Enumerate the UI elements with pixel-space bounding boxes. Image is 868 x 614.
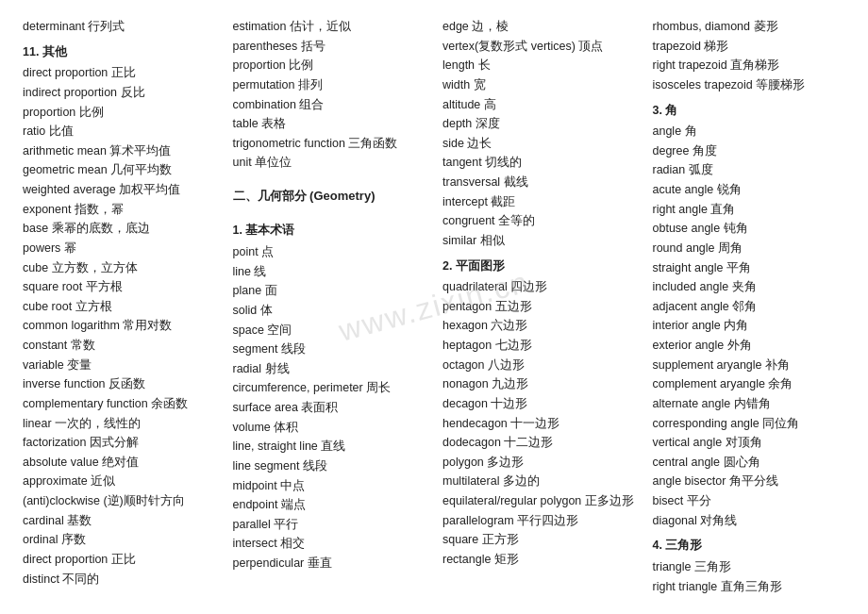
list-item: isosceles trapezoid 等腰梯形 <box>653 75 846 95</box>
list-item: permutation 排列 <box>233 75 426 95</box>
list-item: arithmetic mean 算术平均值 <box>23 141 216 161</box>
list-item: common logarithm 常用对数 <box>23 316 216 336</box>
list-item: cube root 立方根 <box>23 297 216 317</box>
list-item: multilateral 多边的 <box>442 472 636 491</box>
list-item: transversal 截线 <box>442 173 636 192</box>
list-item: included angle 夹角 <box>653 277 846 297</box>
list-item: depth 深度 <box>442 114 636 134</box>
list-item: nonagon 九边形 <box>442 374 636 394</box>
list-item: proportion 比例 <box>233 56 426 75</box>
list-item: point 点 <box>233 242 426 262</box>
list-item: right triangle 直角三角形 <box>653 577 846 597</box>
list-item: distinct 不同的 <box>23 570 216 589</box>
subsection-header: 11. 其他 <box>23 42 216 62</box>
list-item: geometric mean 几何平均数 <box>23 160 216 180</box>
list-item: rectangle 矩形 <box>442 550 636 570</box>
list-item: direct proportion 正比 <box>23 550 216 570</box>
list-item: factorization 因式分解 <box>23 433 216 453</box>
list-item: supplement aryangle 补角 <box>653 356 846 375</box>
list-item: base 乘幂的底数，底边 <box>23 219 216 239</box>
list-item: parentheses 括号 <box>233 37 426 57</box>
list-item: ordinal 序数 <box>23 530 216 550</box>
list-item: determinant 行列式 <box>23 17 216 37</box>
list-item: line segment 线段 <box>233 456 426 476</box>
page: www.zixin.cn determinant 行列式11. 其他direct… <box>19 17 849 596</box>
list-item: intersect 相交 <box>233 534 426 554</box>
list-item: obtuse angle 钝角 <box>653 219 846 239</box>
list-item: estimation 估计，近似 <box>233 17 426 37</box>
list-item: similar 相似 <box>442 231 636 251</box>
list-item: acute angle 锐角 <box>653 180 846 200</box>
list-item: angle 角 <box>653 122 846 141</box>
list-item: cardinal 基数 <box>23 511 216 531</box>
list-item: right trapezoid 直角梯形 <box>653 56 846 75</box>
list-item: endpoint 端点 <box>233 495 426 515</box>
list-item: side 边长 <box>442 134 636 154</box>
list-item: edge 边，棱 <box>442 17 636 37</box>
list-item: complementary function 余函数 <box>23 394 216 414</box>
list-item: quadrilateral 四边形 <box>442 277 636 297</box>
subsection-header: 1. 基本术语 <box>233 221 426 241</box>
list-item: degree 角度 <box>653 141 846 161</box>
list-item: solid 体 <box>233 301 426 321</box>
list-item: line 线 <box>233 262 426 282</box>
list-item: width 宽 <box>442 75 636 95</box>
list-item: tangent 切线的 <box>442 153 636 173</box>
list-item: weighted average 加权平均值 <box>23 180 216 200</box>
list-item: trigonometric function 三角函数 <box>233 134 426 154</box>
list-item: indirect proportion 反比 <box>23 83 216 103</box>
subsection-header: 4. 三角形 <box>653 536 846 556</box>
list-item: corresponding angle 同位角 <box>653 414 846 434</box>
list-item: polygon 多边形 <box>442 453 636 473</box>
list-item: heptagon 七边形 <box>442 336 636 356</box>
list-item: vertex(复数形式 vertices) 顶点 <box>442 37 636 57</box>
list-item: perpendicular 垂直 <box>233 554 426 573</box>
list-item: length 长 <box>442 56 636 75</box>
list-item: decagon 十边形 <box>442 394 636 414</box>
list-item: alternate angle 内错角 <box>653 394 846 414</box>
list-item: triangle 三角形 <box>653 557 846 577</box>
list-item: (anti)clockwise (逆)顺时针方向 <box>23 491 216 511</box>
list-item: bisect 平分 <box>653 491 846 511</box>
list-item: vertical angle 对顶角 <box>653 433 846 453</box>
list-item: parallelogram 平行四边形 <box>442 511 636 531</box>
list-item: linear 一次的，线性的 <box>23 414 216 434</box>
list-item: powers 幂 <box>23 239 216 258</box>
list-item: surface area 表面积 <box>233 398 426 418</box>
list-item: hendecagon 十一边形 <box>442 414 636 434</box>
list-item: trapezoid 梯形 <box>653 37 846 57</box>
list-item: octagon 八边形 <box>442 356 636 375</box>
list-item: dodecagon 十二边形 <box>442 433 636 453</box>
list-item: circumference, perimeter 周长 <box>233 378 426 398</box>
list-item: angle bisector 角平分线 <box>653 472 846 491</box>
list-item: midpoint 中点 <box>233 476 426 496</box>
list-item: central angle 圆心角 <box>653 453 846 473</box>
subsection-header: 3. 角 <box>653 101 846 121</box>
list-item: altitude 高 <box>442 95 636 115</box>
list-item: ratio 比值 <box>23 122 216 141</box>
list-item: approximate 近似 <box>23 472 216 491</box>
list-item: line, straight line 直线 <box>233 437 426 456</box>
list-item: space 空间 <box>233 321 426 340</box>
list-item: exterior angle 外角 <box>653 336 846 356</box>
list-item: equilateral/regular polygon 正多边形 <box>442 491 636 511</box>
list-item: right angle 直角 <box>653 200 846 220</box>
list-item: intercept 截距 <box>442 192 636 212</box>
list-item: combination 组合 <box>233 95 426 115</box>
list-item: volume 体积 <box>233 418 426 438</box>
list-item: square root 平方根 <box>23 277 216 297</box>
list-item: interior angle 内角 <box>653 316 846 336</box>
content-columns: determinant 行列式11. 其他direct proportion 正… <box>19 17 849 596</box>
list-item: adjacent angle 邻角 <box>653 297 846 317</box>
column-1: determinant 行列式11. 其他direct proportion 正… <box>19 17 220 596</box>
list-item: segment 线段 <box>233 340 426 359</box>
list-item: radial 射线 <box>233 359 426 379</box>
list-item: unit 单位位 <box>233 153 426 173</box>
list-item: congruent 全等的 <box>442 211 636 231</box>
list-item: absolute value 绝对值 <box>23 453 216 473</box>
list-item: straight angle 平角 <box>653 258 846 278</box>
subsection-header: 2. 平面图形 <box>442 257 636 276</box>
section-header: 二、几何部分 (Geometry) <box>233 186 426 206</box>
list-item: complement aryangle 余角 <box>653 374 846 394</box>
list-item: proportion 比例 <box>23 103 216 123</box>
